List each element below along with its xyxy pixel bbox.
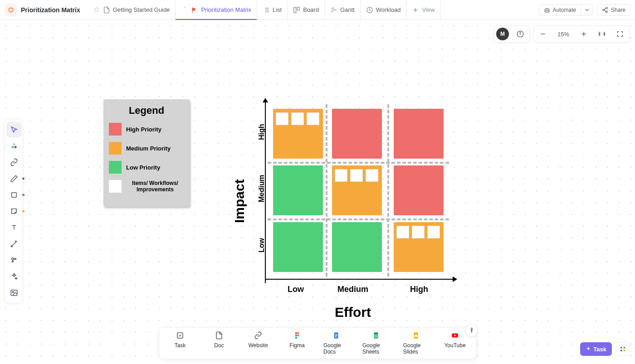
cell-low-high[interactable] xyxy=(394,222,444,272)
board-icon xyxy=(293,6,300,14)
cell-medium-high[interactable] xyxy=(394,165,444,215)
bt-figma[interactable]: Figma xyxy=(284,331,310,355)
tab-label: View xyxy=(422,6,435,13)
view-tabs: Getting Started Guide Prioritization Mat… xyxy=(88,0,441,19)
x-axis-line xyxy=(265,279,455,280)
top-right-controls: Automate Share xyxy=(539,4,630,16)
tab-label: Board xyxy=(303,6,319,13)
zoom-out-button[interactable] xyxy=(534,26,552,42)
legend-row-items: Items/ Workflows/ Improvements xyxy=(109,180,184,193)
connector-tool[interactable] xyxy=(6,236,22,252)
sticky-note-tool[interactable] xyxy=(6,204,22,219)
bt-google-slides[interactable]: Google Slides xyxy=(403,331,429,355)
bt-task[interactable]: Task xyxy=(167,331,193,355)
svg-point-26 xyxy=(520,32,520,33)
templates-tool[interactable] xyxy=(6,138,22,154)
automate-button[interactable]: Automate xyxy=(539,4,581,16)
y-tick-medium: Medium xyxy=(258,173,266,204)
more-tool[interactable] xyxy=(6,252,22,268)
select-tool[interactable] xyxy=(6,122,22,137)
bt-label: YouTube xyxy=(444,342,465,349)
cell-low-low[interactable] xyxy=(273,222,323,272)
matrix-cells xyxy=(273,109,450,272)
text-tool[interactable] xyxy=(6,220,22,235)
bt-google-docs[interactable]: Google Docs xyxy=(323,331,349,355)
tab-board[interactable]: Board xyxy=(287,0,324,19)
tab-getting-started[interactable]: Getting Started Guide xyxy=(88,0,176,19)
item-card[interactable] xyxy=(396,226,409,238)
item-card[interactable] xyxy=(366,169,378,182)
cell-medium-low[interactable] xyxy=(273,165,323,215)
bt-doc[interactable]: Doc xyxy=(206,331,232,355)
bt-label: Task xyxy=(175,342,186,349)
avatar[interactable]: M xyxy=(496,28,509,40)
tab-gantt[interactable]: Gantt xyxy=(324,0,360,19)
y-tick-low: Low xyxy=(258,229,266,261)
apps-button[interactable] xyxy=(615,342,630,356)
svg-rect-60 xyxy=(415,335,417,337)
item-card[interactable] xyxy=(307,112,319,125)
ai-tool[interactable] xyxy=(6,269,22,284)
fit-width-button[interactable] xyxy=(593,26,611,42)
flag-icon xyxy=(191,6,198,14)
bt-label: Google Sheets xyxy=(362,342,390,355)
zoom-in-button[interactable] xyxy=(575,26,593,42)
swatch-orange xyxy=(109,142,122,155)
left-toolbar xyxy=(4,119,23,304)
cell-high-high[interactable] xyxy=(394,109,444,159)
tab-list[interactable]: List xyxy=(257,0,287,19)
tab-prioritization-matrix[interactable]: Prioritization Matrix xyxy=(175,0,257,19)
tab-add-view[interactable]: View xyxy=(406,0,440,19)
item-card[interactable] xyxy=(335,169,347,182)
cell-low-medium[interactable] xyxy=(332,222,382,272)
item-card[interactable] xyxy=(412,226,425,238)
legend-row-medium: Medium Priority xyxy=(109,142,184,155)
legend-panel[interactable]: Legend High Priority Medium Priority Low… xyxy=(103,99,190,207)
legend-label: Items/ Workflows/ Improvements xyxy=(126,180,184,193)
cell-high-medium[interactable] xyxy=(332,109,382,159)
link-tool[interactable] xyxy=(6,155,22,170)
canvas-controls: M 15% xyxy=(493,25,630,43)
bt-website[interactable]: Website xyxy=(245,331,271,355)
share-label: Share xyxy=(611,7,625,13)
bt-google-sheets[interactable]: Google Sheets xyxy=(362,331,390,355)
svg-point-65 xyxy=(620,347,622,349)
svg-point-50 xyxy=(295,337,298,339)
x-tick-medium: Medium xyxy=(337,285,368,294)
zoom-percent[interactable]: 15% xyxy=(552,26,575,42)
svg-point-48 xyxy=(295,335,298,337)
tab-label: List xyxy=(273,6,282,13)
cell-medium-medium[interactable] xyxy=(332,165,382,215)
legend-label: Medium Priority xyxy=(126,145,171,152)
share-button[interactable]: Share xyxy=(597,4,630,16)
shape-tool[interactable] xyxy=(6,187,22,203)
doc-icon xyxy=(103,6,110,14)
google-slides-icon xyxy=(412,331,420,340)
app-logo[interactable] xyxy=(5,4,17,16)
cell-high-low[interactable] xyxy=(273,109,323,159)
google-docs-icon xyxy=(332,331,340,340)
svg-rect-7 xyxy=(294,7,296,13)
info-button[interactable] xyxy=(511,26,529,42)
bt-label: Google Docs xyxy=(323,342,349,355)
item-card[interactable] xyxy=(276,112,288,125)
tab-label: Getting Started Guide xyxy=(113,6,170,13)
svg-line-22 xyxy=(604,8,606,9)
pen-tool[interactable] xyxy=(6,171,22,186)
pin-toolbar-button[interactable] xyxy=(465,324,478,337)
whiteboard-canvas[interactable]: M 15% Legend High Priority Medium Priori… xyxy=(0,20,635,364)
svg-line-23 xyxy=(604,10,606,11)
x-axis-label: Effort xyxy=(335,305,371,326)
new-task-button[interactable]: Task xyxy=(580,342,612,356)
fullscreen-button[interactable] xyxy=(611,26,629,42)
svg-rect-15 xyxy=(545,9,549,12)
matrix[interactable]: Impact Effort High Medium Low Low Medium… xyxy=(220,96,461,323)
item-card[interactable] xyxy=(350,169,363,182)
svg-rect-34 xyxy=(12,193,17,198)
item-card[interactable] xyxy=(291,112,304,125)
image-tool[interactable] xyxy=(6,285,22,301)
tab-workload[interactable]: Workload xyxy=(360,0,406,19)
bt-youtube[interactable]: YouTube xyxy=(442,331,468,355)
automate-dropdown[interactable] xyxy=(581,4,593,16)
item-card[interactable] xyxy=(427,226,440,238)
